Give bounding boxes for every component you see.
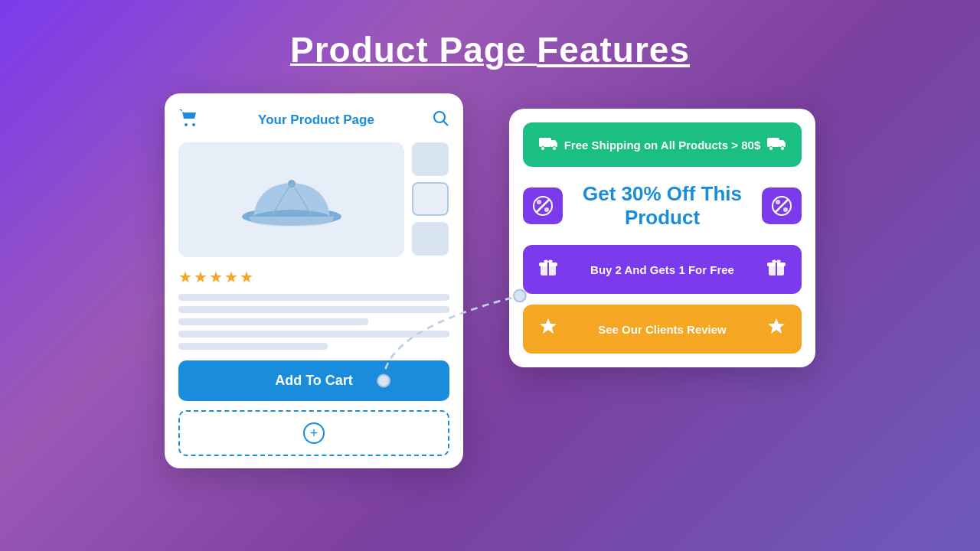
truck-icon-left <box>538 135 558 155</box>
discount-text: Get 30% Off This Product <box>563 182 762 230</box>
cap-illustration <box>238 161 345 238</box>
product-thumbnails <box>412 142 449 257</box>
add-to-cart-button[interactable]: Add To Cart <box>178 360 449 401</box>
discount-badge-right <box>762 187 802 224</box>
svg-point-9 <box>541 147 545 151</box>
text-line-4 <box>178 331 449 337</box>
page-title: Product Page Features <box>0 0 980 70</box>
product-description-lines <box>178 294 449 350</box>
gift-icon-left <box>538 257 558 282</box>
svg-point-12 <box>769 147 773 151</box>
star-icon-right <box>766 317 786 341</box>
plus-icon: + <box>303 422 325 444</box>
svg-line-3 <box>443 121 448 126</box>
review-banner: See Our Clients Review <box>523 305 802 354</box>
card-title: Your Product Page <box>258 112 374 128</box>
star-icon-left <box>538 317 558 341</box>
title-part1: Product Page <box>290 30 537 70</box>
truck-icon-right <box>766 135 786 155</box>
svg-rect-11 <box>767 138 779 147</box>
svg-rect-8 <box>539 138 551 147</box>
svg-point-18 <box>776 200 780 204</box>
shipping-text: Free Shipping on All Products > 80$ <box>564 139 761 152</box>
svg-point-1 <box>192 123 195 126</box>
gift-icon-right <box>766 257 786 282</box>
title-part2: Features <box>537 30 690 70</box>
search-icon <box>433 110 449 131</box>
review-text: See Our Clients Review <box>598 323 727 336</box>
discount-row: Get 30% Off This Product <box>523 178 802 234</box>
svg-point-2 <box>434 112 445 122</box>
text-line-3 <box>178 318 368 325</box>
discount-badge-left <box>523 187 563 224</box>
product-image-section <box>178 142 449 257</box>
thumbnail-2 <box>412 182 449 216</box>
svg-point-13 <box>780 147 784 151</box>
svg-marker-28 <box>540 318 557 334</box>
svg-point-15 <box>544 207 549 212</box>
features-panel: Free Shipping on All Products > 80$ <box>509 109 815 367</box>
content-area: Your Product Page <box>0 70 980 468</box>
text-line-2 <box>178 306 449 313</box>
svg-marker-29 <box>768 318 785 334</box>
thumbnail-1 <box>412 142 449 176</box>
text-line-1 <box>178 294 449 301</box>
svg-point-19 <box>783 207 788 212</box>
svg-point-0 <box>185 123 188 126</box>
buy2-text: Buy 2 And Gets 1 For Free <box>590 263 734 276</box>
cart-icon <box>178 109 200 132</box>
svg-point-14 <box>537 200 541 204</box>
product-stars: ★★★★★ <box>178 268 449 286</box>
product-main-image <box>178 142 404 257</box>
shipping-banner: Free Shipping on All Products > 80$ <box>523 122 802 167</box>
card-header: Your Product Page <box>178 109 449 132</box>
add-widget-button[interactable]: + <box>178 410 449 456</box>
text-line-5 <box>178 343 328 350</box>
svg-point-10 <box>553 147 557 151</box>
product-card: Your Product Page <box>165 93 463 468</box>
thumbnail-3 <box>412 222 449 256</box>
buy2-banner: Buy 2 And Gets 1 For Free <box>523 245 802 294</box>
